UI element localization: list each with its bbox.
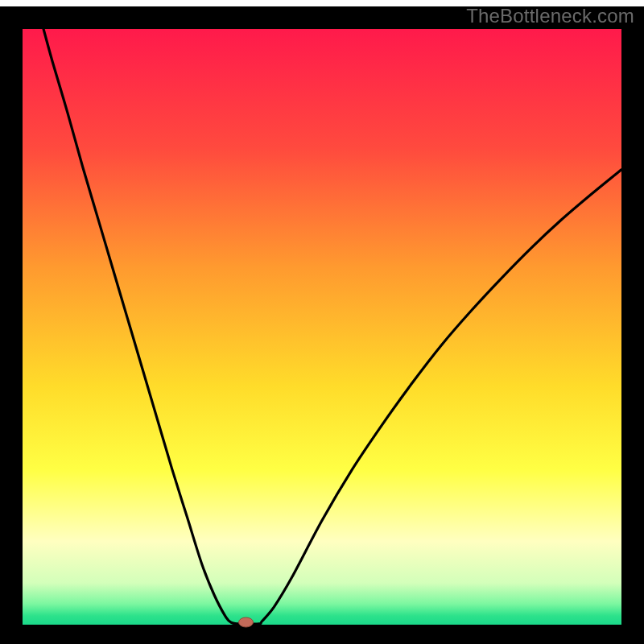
- minimum-marker: [239, 617, 254, 627]
- watermark-label: TheBottleneck.com: [466, 5, 634, 27]
- chart-stage: TheBottleneck.com: [0, 0, 644, 644]
- bottleneck-chart: [0, 0, 644, 644]
- chart-background: [23, 29, 621, 625]
